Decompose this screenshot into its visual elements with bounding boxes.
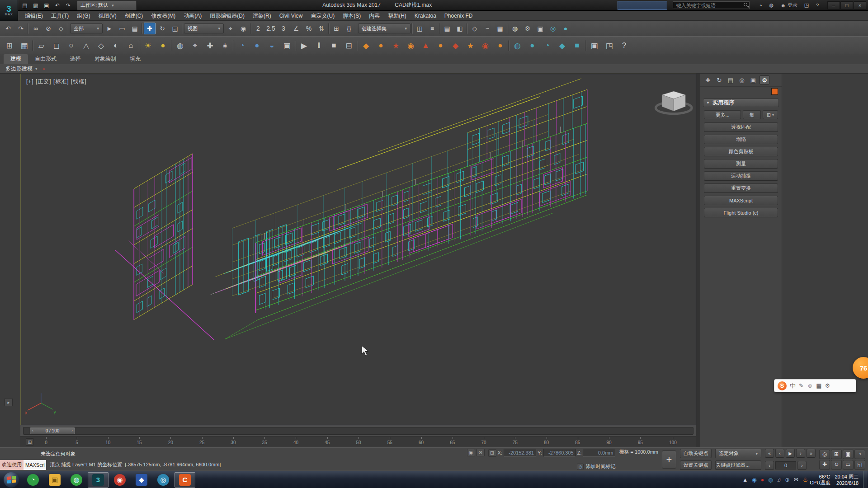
- menu-item[interactable]: 图形编辑器(D): [206, 11, 249, 21]
- toolbar-icon[interactable]: ◉: [404, 39, 418, 53]
- trackbar-filter-icon[interactable]: ⊞: [26, 438, 34, 446]
- viewport[interactable]: [+] [正交] [标准] [线框] xy: [20, 74, 696, 425]
- toolbar-icon[interactable]: ↷: [15, 23, 27, 34]
- toolbar-icon[interactable]: ▱: [34, 39, 48, 53]
- taskbar-app[interactable]: C: [175, 472, 195, 488]
- menu-item[interactable]: 视图(V): [94, 11, 121, 21]
- toolbar-icon[interactable]: [508, 40, 509, 51]
- toolbar-icon[interactable]: ◉: [237, 23, 249, 34]
- y-coordinate-field[interactable]: -27860.305: [543, 449, 576, 457]
- taskbar-app[interactable]: ◎: [153, 472, 174, 488]
- taskbar-app[interactable]: ◔: [23, 472, 43, 488]
- viewport-nav-icon[interactable]: ◎: [819, 450, 830, 459]
- taskbar-app[interactable]: ◍: [66, 472, 87, 488]
- menu-item[interactable]: 创建(C): [121, 11, 147, 21]
- named-selection-dropdown[interactable]: 创建选择集▾: [358, 23, 410, 33]
- quick-access-icon[interactable]: ▨: [31, 1, 41, 9]
- toolbar-icon[interactable]: ‖: [312, 39, 326, 53]
- toolbar-icon[interactable]: ◍: [173, 39, 187, 53]
- toolbar-icon[interactable]: [328, 23, 330, 34]
- toolbar-icon[interactable]: 3: [278, 23, 289, 34]
- menu-item[interactable]: 脚本(S): [339, 11, 365, 21]
- command-panel-tab[interactable]: ⚙: [760, 75, 769, 84]
- toolbar-icon[interactable]: ~: [481, 23, 493, 34]
- toolbar-icon[interactable]: [250, 23, 251, 34]
- playback-button[interactable]: «: [765, 449, 774, 458]
- toolbar-icon[interactable]: ★: [389, 39, 403, 53]
- toolbar-icon[interactable]: ◒: [265, 39, 279, 53]
- toolbar-icon[interactable]: ◆: [448, 39, 462, 53]
- settings-icon[interactable]: ⚙: [825, 382, 830, 389]
- toolbar-icon[interactable]: [233, 40, 234, 51]
- ribbon-option-icon[interactable]: ●: [43, 67, 45, 71]
- toolbar-icon[interactable]: [68, 23, 69, 34]
- menu-item[interactable]: 自定义(U): [307, 11, 339, 21]
- toolbar-icon[interactable]: [467, 23, 468, 34]
- absolute-mode-icon[interactable]: ⊞: [488, 449, 496, 457]
- key-mode-dropdown[interactable]: 选定对象 ▾: [715, 449, 761, 458]
- viewport-nav-icon[interactable]: ▭: [843, 460, 854, 469]
- toolbar-icon[interactable]: [295, 40, 296, 51]
- toolbar-icon[interactable]: [439, 23, 440, 34]
- ribbon-tab[interactable]: 填充: [123, 54, 147, 64]
- toolbar-icon[interactable]: ◧: [454, 23, 466, 34]
- toolbar-icon[interactable]: [32, 40, 33, 51]
- quick-access-icon[interactable]: ↶: [52, 1, 62, 9]
- frame-back-icon[interactable]: ‹: [32, 428, 33, 433]
- toolbar-icon[interactable]: ⚙: [522, 23, 533, 34]
- x-coordinate-field[interactable]: -20152.381: [504, 449, 536, 457]
- toolbar-icon[interactable]: ◇: [469, 23, 481, 34]
- time-tag[interactable]: ◷ 添加时间标记: [577, 463, 615, 470]
- toolbar-icon[interactable]: [142, 23, 143, 34]
- maximize-button[interactable]: □: [840, 1, 853, 9]
- toolbar-icon[interactable]: ⌖: [188, 39, 202, 53]
- toolbar-icon[interactable]: ▶: [297, 39, 311, 53]
- toolbar-icon[interactable]: ↻: [156, 23, 168, 34]
- toolbar-icon[interactable]: ?: [617, 39, 631, 53]
- ribbon-tab[interactable]: 选择: [63, 54, 88, 64]
- communication-center-icon[interactable]: ◍: [767, 1, 776, 9]
- frame-forward-icon[interactable]: ›: [71, 428, 73, 433]
- toolbar-icon[interactable]: ⊞: [330, 23, 342, 34]
- next-frame-button[interactable]: ›: [797, 461, 807, 470]
- toolbar-icon[interactable]: ●: [560, 23, 571, 34]
- toolbar-icon[interactable]: ∞: [30, 23, 42, 34]
- ribbon-tab[interactable]: 对象绘制: [88, 54, 123, 64]
- toolbar-icon[interactable]: ✚: [203, 39, 217, 53]
- z-coordinate-field[interactable]: 0.0mm: [583, 449, 615, 457]
- toolbar-icon[interactable]: ▤: [129, 23, 141, 34]
- selection-filter-dropdown[interactable]: 全部▾: [70, 23, 103, 33]
- toolbar-icon[interactable]: ◔: [235, 39, 249, 53]
- current-frame-field[interactable]: 0: [775, 461, 796, 469]
- toolbar-icon[interactable]: ▭: [116, 23, 128, 34]
- utility-button[interactable]: 运动捕捉: [704, 171, 778, 181]
- tray-icon[interactable]: ⊕: [785, 477, 789, 483]
- toolbar-icon[interactable]: ▣: [587, 39, 601, 53]
- quick-access-icon[interactable]: ▣: [42, 1, 52, 9]
- toolbar-icon[interactable]: ◍: [510, 39, 524, 53]
- menu-item[interactable]: 工具(T): [47, 11, 73, 21]
- toolbar-icon[interactable]: ✚: [144, 23, 156, 34]
- viewport-nav-icon[interactable]: ↻: [831, 460, 842, 469]
- toolbar-icon[interactable]: ◳: [602, 39, 616, 53]
- toolbar-icon[interactable]: ∠: [290, 23, 302, 34]
- maxscript-mini-listener[interactable]: MAXScri: [24, 460, 46, 470]
- utility-button[interactable]: 颜色剪贴板: [704, 147, 778, 156]
- toolbar-icon[interactable]: ◆: [555, 39, 569, 53]
- taskbar-app[interactable]: ▣: [44, 472, 65, 488]
- toolbar-icon[interactable]: ◻: [49, 39, 63, 53]
- toolbar-icon[interactable]: ●: [493, 39, 507, 53]
- tray-icon[interactable]: ✉: [793, 477, 798, 483]
- viewport-nav-icon[interactable]: ▣: [843, 450, 854, 459]
- sign-in-button[interactable]: ☻ 登录: [778, 2, 800, 9]
- toolbar-icon[interactable]: [411, 23, 413, 34]
- toolbar-icon[interactable]: ◔: [540, 39, 554, 53]
- auto-key-button[interactable]: 自动关键点: [680, 449, 712, 458]
- toolbar-icon[interactable]: %: [303, 23, 315, 34]
- ribbon-tab[interactable]: 自由形式: [28, 54, 63, 64]
- tray-icon[interactable]: ◉: [752, 477, 756, 483]
- handwriting-icon[interactable]: ✎: [799, 382, 804, 389]
- toolbar-icon[interactable]: ◱: [169, 23, 181, 34]
- toolbar-icon[interactable]: ◐: [109, 39, 123, 53]
- toolbar-icon[interactable]: [356, 23, 357, 34]
